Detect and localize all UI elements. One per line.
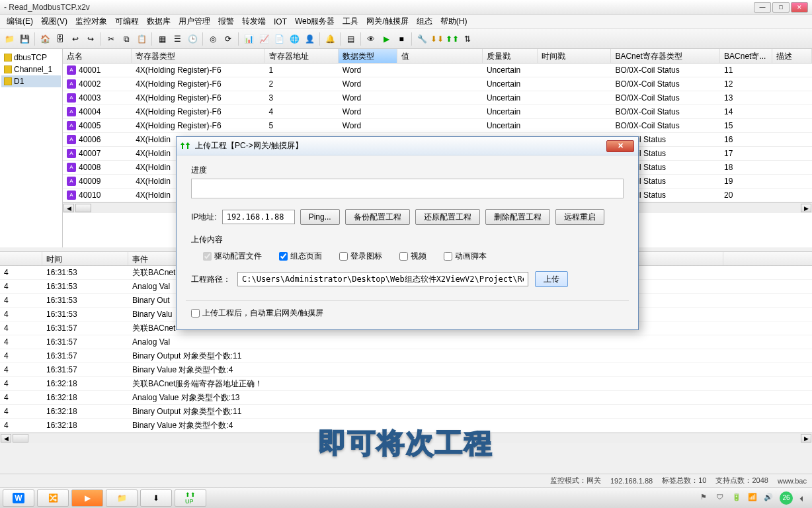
scroll-left-icon[interactable]: ◀ <box>1 434 11 443</box>
tool-upload-icon[interactable]: ⬆⬆ <box>446 32 459 46</box>
task-play[interactable]: ▶ <box>71 489 103 507</box>
log-row[interactable]: 416:31:57Analog Val <box>0 335 812 349</box>
tool-report-icon[interactable]: 📄 <box>272 32 286 46</box>
tray-chevron-icon[interactable]: ⏴ <box>798 494 805 502</box>
menu-item[interactable]: 帮助(H) <box>436 15 471 28</box>
tool-trend-icon[interactable]: 📈 <box>257 32 270 46</box>
table-row[interactable]: A400034X(Holding Register)-F63WordUncert… <box>63 91 812 105</box>
menu-item[interactable]: 编辑(E) <box>3 15 37 28</box>
task-diagram[interactable]: 🔀 <box>37 489 69 507</box>
dialog-titlebar[interactable]: 上传工程【PC->网关/触摸屏】 ✕ <box>177 137 638 155</box>
log-column-header[interactable]: 时间 <box>42 252 128 265</box>
tool-play-icon[interactable]: ▶ <box>380 32 393 46</box>
log-row[interactable]: 416:32:18Analog Value 对象类型个数:13 <box>0 391 812 405</box>
tool-copy-icon[interactable]: ⧉ <box>120 32 133 46</box>
chk-login[interactable]: 登录图标 <box>339 251 382 262</box>
minimize-button[interactable]: — <box>754 2 771 13</box>
chk-video-box[interactable] <box>399 252 408 261</box>
column-header[interactable]: 寄存器类型 <box>132 49 264 63</box>
menu-item[interactable]: 工具 <box>339 15 362 28</box>
tool-refresh-icon[interactable]: ⟳ <box>222 32 235 46</box>
tool-stop-icon[interactable]: ■ <box>395 32 408 46</box>
tray-flag-icon[interactable]: ⚑ <box>700 493 711 503</box>
menu-item[interactable]: Web服务器 <box>291 15 339 28</box>
tool-paste-icon[interactable]: 📋 <box>135 32 148 46</box>
chk-auto-reboot-box[interactable] <box>191 309 200 318</box>
maximize-button[interactable]: □ <box>772 2 790 13</box>
chk-anim[interactable]: 动画脚本 <box>444 251 487 262</box>
menu-item[interactable]: 监控对象 <box>71 15 111 28</box>
menu-item[interactable]: 数据库 <box>143 15 175 28</box>
tool-home-icon[interactable]: 🏠 <box>38 32 52 46</box>
ping-button[interactable]: Ping... <box>300 209 340 225</box>
task-wps[interactable]: W <box>3 489 34 507</box>
backup-button[interactable]: 备份配置工程 <box>345 209 410 225</box>
table-row[interactable]: A400024X(Holding Register)-F62WordUncert… <box>63 77 812 91</box>
chk-hmi[interactable]: 组态页面 <box>279 251 322 262</box>
column-header[interactable]: 点名 <box>63 49 132 63</box>
menu-item[interactable]: 网关/触摸屏 <box>362 15 412 28</box>
tool-grid-icon[interactable]: ▦ <box>155 32 169 46</box>
path-input[interactable] <box>237 272 528 286</box>
chk-anim-box[interactable] <box>444 252 452 261</box>
scroll-left-icon[interactable]: ◀ <box>63 204 74 212</box>
tool-alarm-icon[interactable]: 🔔 <box>323 32 337 46</box>
tool-cut-icon[interactable]: ✂ <box>104 32 118 46</box>
tray-network-icon[interactable]: 📶 <box>748 493 758 503</box>
task-upload[interactable]: ⬆⬆UP <box>175 489 206 507</box>
tool-back-icon[interactable]: ↩ <box>69 32 82 46</box>
tree-item[interactable]: dbusTCP <box>1 52 61 64</box>
tool-sync-icon[interactable]: ⇅ <box>461 32 474 46</box>
tray-volume-icon[interactable]: 🔊 <box>764 493 774 503</box>
menu-item[interactable]: 转发端 <box>238 15 270 28</box>
chk-hmi-box[interactable] <box>279 252 288 261</box>
tree-item[interactable]: D1 <box>1 75 61 87</box>
scroll-right-icon[interactable]: ▶ <box>801 204 811 212</box>
column-header[interactable]: BACnet寄存器类型 <box>611 49 720 63</box>
scroll-thumb[interactable] <box>13 434 28 443</box>
log-row[interactable]: 416:31:57Binary Value 对象类型个数:4 <box>0 363 812 377</box>
tool-clock-icon[interactable]: 🕒 <box>186 32 199 46</box>
chk-video[interactable]: 视频 <box>399 251 426 262</box>
tray-battery-icon[interactable]: 🔋 <box>732 493 743 503</box>
column-header[interactable]: 质量戳 <box>483 49 538 63</box>
menu-item[interactable]: 可编程 <box>111 15 143 28</box>
column-header[interactable]: 数据类型 <box>339 49 397 63</box>
menu-item[interactable]: 组态 <box>413 15 436 28</box>
scroll-right-icon[interactable]: ▶ <box>801 434 811 443</box>
ip-input[interactable] <box>222 210 295 224</box>
tool-wrench-icon[interactable]: 🔧 <box>415 32 428 46</box>
log-row[interactable]: 416:32:18Binary Output 对象类型个数:11 <box>0 405 812 419</box>
log-row[interactable]: 416:31:57Binary Output 对象类型个数:11 <box>0 349 812 363</box>
table-row[interactable]: A400014X(Holding Register)-F61WordUncert… <box>63 64 812 77</box>
tool-download-icon[interactable]: ⬇⬇ <box>430 32 444 46</box>
dialog-close-button[interactable]: ✕ <box>606 140 634 152</box>
tray-badge[interactable]: 26 <box>780 491 793 505</box>
tray-shield-icon[interactable]: 🛡 <box>716 493 727 503</box>
tool-list-icon[interactable]: ☰ <box>171 32 184 46</box>
tool-chart-icon[interactable]: 📊 <box>242 32 255 46</box>
chk-auto-reboot[interactable]: 上传工程后，自动重启网关/触摸屏 <box>191 308 624 319</box>
log-row[interactable]: 416:32:18关联BACnet服务端寄存器地址正确！ <box>0 377 812 391</box>
tree-item[interactable]: Channel_1 <box>1 64 61 75</box>
tool-globe-icon[interactable]: 🌐 <box>288 32 301 46</box>
table-row[interactable]: A400054X(Holding Register)-F65WordUncert… <box>63 119 812 133</box>
tool-target-icon[interactable]: ◎ <box>206 32 220 46</box>
scroll-thumb[interactable] <box>75 204 91 212</box>
delete-button[interactable]: 删除配置工程 <box>485 209 550 225</box>
tool-save-icon[interactable]: 💾 <box>18 32 31 46</box>
restore-button[interactable]: 还原配置工程 <box>415 209 480 225</box>
tool-table-icon[interactable]: ▤ <box>344 32 357 46</box>
column-header[interactable]: 时间戳 <box>538 49 611 63</box>
menu-item[interactable]: 用户管理 <box>175 15 214 28</box>
column-header[interactable]: 描述 <box>772 49 812 63</box>
reboot-button[interactable]: 远程重启 <box>555 209 604 225</box>
task-explorer[interactable]: 📁 <box>106 489 138 507</box>
upload-button[interactable]: 上传 <box>535 271 568 287</box>
menu-item[interactable]: 视图(V) <box>37 15 71 28</box>
table-row[interactable]: A400044X(Holding Register)-F64WordUncert… <box>63 105 812 119</box>
tool-eye-icon[interactable]: 👁 <box>364 32 378 46</box>
menu-item[interactable]: IOT <box>270 16 291 28</box>
column-header[interactable]: BACnet寄... <box>720 49 772 63</box>
column-header[interactable]: 值 <box>397 49 483 63</box>
